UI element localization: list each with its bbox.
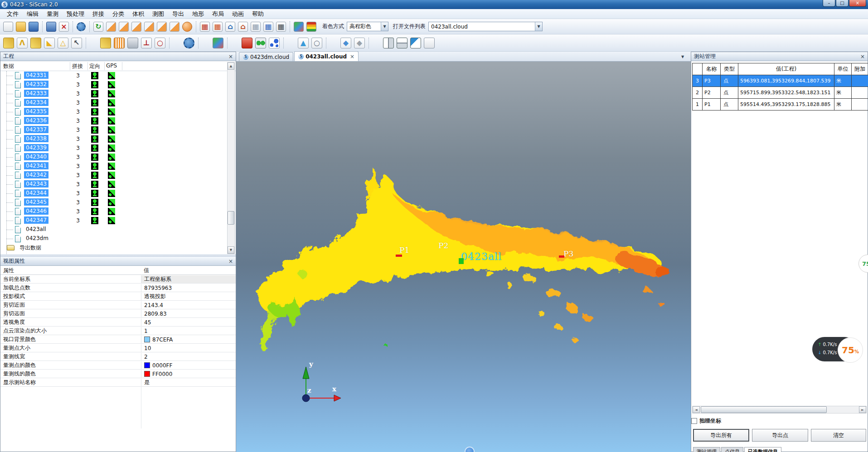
prop-row[interactable]: 当前坐标系 工程坐标系: [0, 275, 236, 284]
prop-row[interactable]: 剪切近面 2143.4: [0, 301, 236, 309]
prop-row[interactable]: 量测点的颜色 0000FF: [0, 361, 236, 370]
station-name[interactable]: P3: [703, 75, 721, 87]
menu-item[interactable]: 导出: [168, 9, 188, 19]
prop-row[interactable]: 显示测站名称 是: [0, 378, 236, 387]
menu-item[interactable]: 动画: [228, 9, 248, 19]
menu-item[interactable]: 体积: [128, 9, 148, 19]
gem-gray-icon[interactable]: ◆: [354, 38, 365, 48]
scan-name[interactable]: 042338: [24, 135, 48, 142]
new-page-icon[interactable]: [424, 38, 435, 48]
cloud-tree-row[interactable]: 0423all: [0, 225, 227, 234]
network-nodes-icon[interactable]: [269, 38, 280, 48]
new-file-icon[interactable]: [3, 22, 13, 32]
house-red-icon[interactable]: ⌂: [238, 22, 248, 32]
scan-tree-row[interactable]: 042338 3: [0, 135, 227, 144]
station-row[interactable]: 2 P2 点 595715.899,3953322.548,1823.151 米: [693, 87, 868, 99]
scan-tree-row[interactable]: 042333 3: [0, 89, 227, 98]
cloud-brush-icon[interactable]: [213, 38, 223, 48]
coordinate-checkbox[interactable]: 地理坐标: [691, 417, 721, 425]
region-red-icon[interactable]: [242, 38, 252, 48]
scan-tree-row[interactable]: 042335 3: [0, 107, 227, 116]
scroll-right-icon[interactable]: ►: [859, 406, 866, 413]
delete-history-icon[interactable]: ○: [155, 38, 165, 48]
scan-tree-row[interactable]: 042334 3: [0, 98, 227, 107]
bottom-tab[interactable]: 测站管理: [693, 447, 720, 452]
scan-tree-row[interactable]: 042336 3: [0, 116, 227, 125]
station-row[interactable]: 1 P1 点 595514.495,3953293.175,1828.885 米: [693, 99, 868, 111]
export-points-button[interactable]: 导出点: [752, 429, 808, 442]
cube-view-1-icon[interactable]: [106, 22, 116, 32]
scan-name[interactable]: 042332: [24, 81, 48, 88]
tree-scrollbar[interactable]: ▲ ▼: [227, 62, 235, 254]
measure-ruler-icon[interactable]: [3, 38, 14, 48]
project-close-icon[interactable]: ×: [228, 53, 233, 60]
menu-item[interactable]: 地形: [188, 9, 208, 19]
scan-name[interactable]: 042343: [24, 180, 48, 188]
delete-station-icon[interactable]: ⊥: [141, 38, 152, 48]
prop-row[interactable]: 量测点大小 10: [0, 344, 236, 352]
cube-view-2-icon[interactable]: [119, 22, 129, 32]
menu-item[interactable]: 分类: [108, 9, 128, 19]
cone-icon[interactable]: ▲: [298, 38, 309, 48]
cloud-name[interactable]: 0423dm: [24, 235, 50, 242]
brush-icon[interactable]: [100, 38, 111, 48]
menu-item[interactable]: 预处理: [63, 9, 88, 19]
terrain-color-icon[interactable]: [294, 22, 304, 32]
prop-row[interactable]: 透视角度 45: [0, 318, 236, 327]
gem-blue-icon[interactable]: ◆: [340, 38, 351, 48]
measure-polyline-icon[interactable]: Λ: [17, 38, 28, 48]
export-folder-row[interactable]: 导出数据: [0, 243, 227, 252]
scan-tree-row[interactable]: 042344 3: [0, 189, 227, 198]
measure-height-icon[interactable]: [30, 38, 41, 48]
menu-item[interactable]: 帮助: [248, 9, 268, 19]
delete-icon[interactable]: ×: [59, 22, 69, 32]
cube-view-5-icon[interactable]: [157, 22, 167, 32]
cloud-tab[interactable]: S 0423all.cloud ×: [294, 51, 359, 61]
scan-tree-row[interactable]: 042342 3: [0, 171, 227, 180]
scroll-up-icon[interactable]: ▲: [228, 63, 234, 70]
scan-tree-row[interactable]: 042345 3: [0, 198, 227, 207]
scan-tree-row[interactable]: 042339 3: [0, 144, 227, 153]
scan-name[interactable]: 042345: [24, 198, 48, 206]
export-folder-name[interactable]: 导出数据: [18, 244, 43, 252]
scan-name[interactable]: 042335: [24, 108, 48, 115]
title-bar[interactable]: S 0423 - SiScan 2.0 – □ ×: [0, 0, 868, 9]
cloud-tab[interactable]: S 0423dm.cloud: [239, 52, 293, 61]
scan-tree-row[interactable]: 042331 3: [0, 71, 227, 80]
settings-gear-icon[interactable]: [77, 22, 86, 31]
scroll-thumb[interactable]: [228, 211, 234, 225]
station-close-icon[interactable]: ×: [860, 53, 865, 60]
scan-name[interactable]: 042337: [24, 126, 48, 133]
prop-row[interactable]: 量测线的颜色 FF0000: [0, 370, 236, 378]
prop-row[interactable]: 量测线宽 2: [0, 352, 236, 361]
scan-tree-row[interactable]: 042337 3: [0, 125, 227, 135]
color-layers-icon[interactable]: [306, 22, 316, 32]
scan-name[interactable]: 042347: [24, 216, 48, 224]
cube-view-6-icon[interactable]: [170, 22, 179, 32]
scan-tree-row[interactable]: 042341 3: [0, 162, 227, 171]
menu-item[interactable]: 量测: [43, 9, 63, 19]
bottom-tab[interactable]: 点信息: [721, 447, 743, 452]
save-all-icon[interactable]: [46, 22, 56, 32]
split-grid-icon[interactable]: [397, 38, 407, 48]
cube-view-3-icon[interactable]: [131, 22, 141, 32]
open-folder-icon[interactable]: [16, 22, 26, 32]
grid-select-icon[interactable]: ▦: [276, 22, 286, 32]
house-blue-icon[interactable]: ⌂: [225, 22, 235, 32]
scan-name[interactable]: 042346: [24, 207, 48, 215]
prop-row[interactable]: 投影模式 透视投影: [0, 292, 236, 301]
prop-row[interactable]: 剪切远面 2809.83: [0, 309, 236, 318]
scan-name[interactable]: 042342: [24, 171, 48, 178]
menu-item[interactable]: 测图: [148, 9, 168, 19]
menu-item[interactable]: 编辑: [23, 9, 43, 19]
coloring-mode-select[interactable]: 高程彩色 ▼: [347, 22, 388, 31]
sphere-view-icon[interactable]: [182, 22, 192, 32]
set-square-icon[interactable]: ◣: [44, 38, 55, 48]
scan-name[interactable]: 042334: [24, 99, 48, 106]
scroll-left-icon[interactable]: ◄: [693, 406, 700, 413]
scan-name[interactable]: 042331: [24, 72, 48, 79]
refresh-icon[interactable]: ↻: [93, 22, 103, 32]
scan-name[interactable]: 042333: [24, 90, 48, 97]
clear-button[interactable]: 清空: [811, 429, 866, 442]
prop-row[interactable]: 点云渲染点的大小 1: [0, 327, 236, 335]
